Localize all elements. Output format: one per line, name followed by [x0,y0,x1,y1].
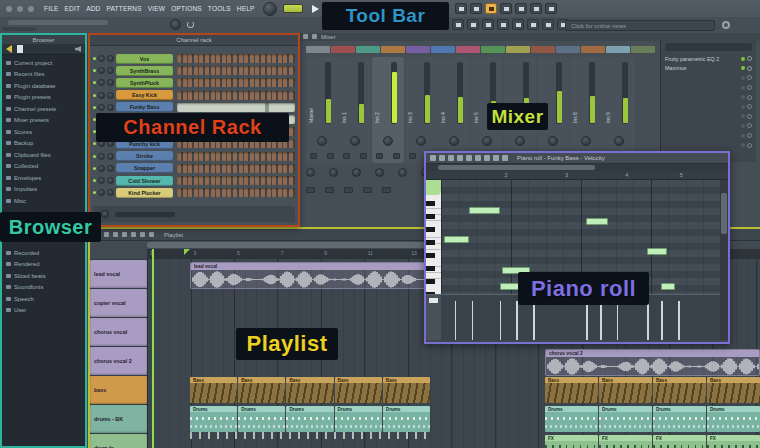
browser-item[interactable]: Speech [2,293,85,305]
channel-pan-knob[interactable] [98,104,105,111]
paint-icon[interactable] [448,155,454,161]
route-button[interactable] [344,187,353,193]
browser-item[interactable]: Rendered [2,259,85,271]
channel-pan-knob[interactable] [98,153,105,160]
effect-mix-knob[interactable] [747,75,752,80]
volume-fader[interactable] [589,62,595,124]
effect-enabled-dot[interactable] [741,57,745,61]
volume-fader[interactable] [556,62,562,124]
piano-keys[interactable] [426,180,441,294]
eq-knob[interactable] [306,168,315,177]
effect-mix-knob[interactable] [747,95,752,100]
midi-icon[interactable] [530,3,542,14]
effect-enabled-dot[interactable] [741,95,745,99]
midi-note[interactable] [469,207,500,214]
minimize-button[interactable] [6,6,12,12]
pan-knob[interactable] [581,136,591,146]
window-controls[interactable] [6,6,34,12]
mixer-track-tab[interactable] [431,46,455,53]
maximize-button[interactable] [17,6,23,12]
hint-bar[interactable]: Click for online news [565,20,715,31]
channel-pan-knob[interactable] [98,79,105,86]
channel-button[interactable]: Vox [116,54,173,64]
browser-item[interactable]: User [2,305,85,317]
effect-enabled-dot[interactable] [741,114,745,118]
pattern-clip-bass[interactable]: Bass [545,377,598,403]
pencil-icon[interactable] [439,155,445,161]
eq-knob[interactable] [375,168,384,177]
velocity-bar[interactable] [455,301,457,340]
mute-tool-icon[interactable] [131,232,136,237]
mixer-strip[interactable]: Master [306,57,338,163]
pattern-clip-drums[interactable]: Drums [190,406,237,432]
effects-search-field[interactable] [665,43,752,51]
channel-button[interactable]: Snapper [116,163,173,173]
channel-volume-knob[interactable] [107,165,114,172]
route-button[interactable] [325,187,334,193]
menu-item[interactable]: PATTERNS [106,5,141,12]
effect-slot[interactable] [661,92,756,102]
pattern-clip-bass[interactable]: Bass [653,377,706,403]
velocity-bar[interactable] [617,301,619,340]
browser-item[interactable]: Envelopes [2,172,85,184]
eq-knob[interactable] [352,168,361,177]
playhead-line[interactable] [152,249,154,448]
menu-item[interactable]: OPTIONS [171,5,202,12]
pattern-clip-drums[interactable]: Drums [707,406,760,432]
mixer-track-tab[interactable] [356,46,380,53]
piano-roll-h-scrollbar[interactable] [426,164,728,171]
playlist-track-header[interactable]: lead vocal [90,260,147,288]
browser-item[interactable]: Misc [2,195,85,207]
mixer-track-tab[interactable] [481,46,505,53]
mixer-detach-icon[interactable] [312,34,317,39]
velocity-bar[interactable] [600,301,602,340]
channel-enable-led[interactable] [93,155,96,158]
pattern-clip-fx[interactable]: FX [599,435,652,448]
velocity-bar[interactable] [533,301,535,340]
playlist-track-header[interactable]: chorus vocal [90,318,147,346]
step-sequencer-row[interactable] [177,164,295,173]
midi-note[interactable] [661,283,675,290]
pattern-clip-drums[interactable]: Drums [238,406,285,432]
channel-enable-led[interactable] [93,57,96,60]
step-sequencer-row[interactable] [177,188,295,197]
channel-rack-titlebar[interactable]: Channel rack [90,35,298,46]
menu-item[interactable]: EDIT [65,5,81,12]
browser-item[interactable]: Plugin presets [2,92,85,104]
mute-tool-icon[interactable] [466,155,472,161]
slice-tool-icon[interactable] [475,155,481,161]
step-sequencer-row[interactable] [177,103,295,112]
piano-roll-menu-icon[interactable] [430,155,436,161]
effect-slot[interactable] [661,83,756,93]
volume-fader[interactable] [391,62,397,124]
volume-fader[interactable] [457,62,463,124]
channel-pan-knob[interactable] [98,92,105,99]
effect-slot[interactable] [661,121,756,131]
effect-mix-knob[interactable] [747,143,752,148]
velocity-bar[interactable] [586,301,588,340]
magnet-icon[interactable] [149,232,154,237]
mute-button[interactable] [343,153,350,159]
solo-button[interactable] [393,153,400,159]
browser-item[interactable]: Scores [2,126,85,138]
effect-enabled-dot[interactable] [741,143,745,147]
pencil-icon[interactable] [104,232,109,237]
effect-enabled-dot[interactable] [741,134,745,138]
midi-note[interactable] [586,218,608,225]
zoom-tool-icon[interactable] [493,155,499,161]
gear-icon[interactable] [722,21,730,29]
delete-icon[interactable] [122,232,127,237]
step-sequencer-row[interactable] [177,152,295,161]
effect-slot[interactable] [661,73,756,83]
file-icon[interactable] [17,45,23,53]
velocity-bar[interactable] [647,301,649,340]
eq-knob[interactable] [329,168,338,177]
effect-slot[interactable]: Maximus [661,64,756,74]
channel-volume-knob[interactable] [107,55,114,62]
channel-volume-knob[interactable] [107,92,114,99]
slip-tool-icon[interactable] [140,232,145,237]
channel-volume-knob[interactable] [107,104,114,111]
eq-knob[interactable] [398,168,407,177]
mixer-strip[interactable]: Ins 4 [438,57,470,163]
browser-item[interactable]: Soundfonts [2,282,85,294]
